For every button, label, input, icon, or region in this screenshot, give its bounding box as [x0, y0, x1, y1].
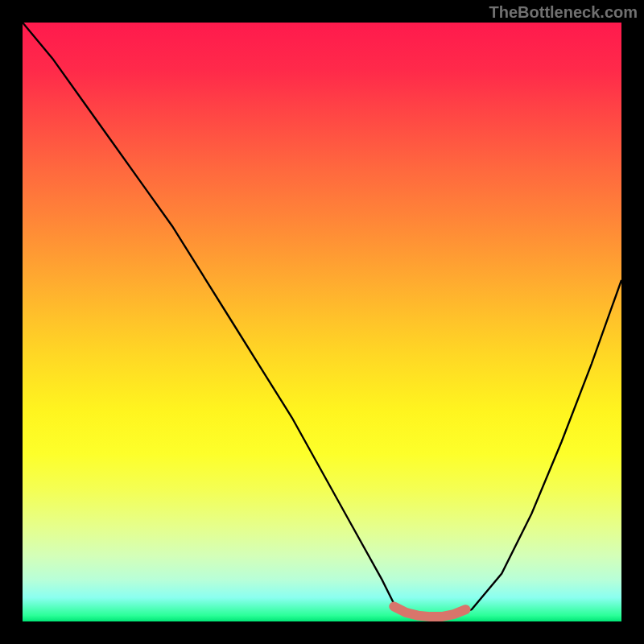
chart-svg	[23, 23, 621, 621]
chart-plot-area	[23, 23, 621, 621]
watermark-text: TheBottleneck.com	[489, 3, 638, 22]
bottleneck-curve	[23, 23, 621, 618]
optimal-zone-marker	[394, 606, 465, 617]
